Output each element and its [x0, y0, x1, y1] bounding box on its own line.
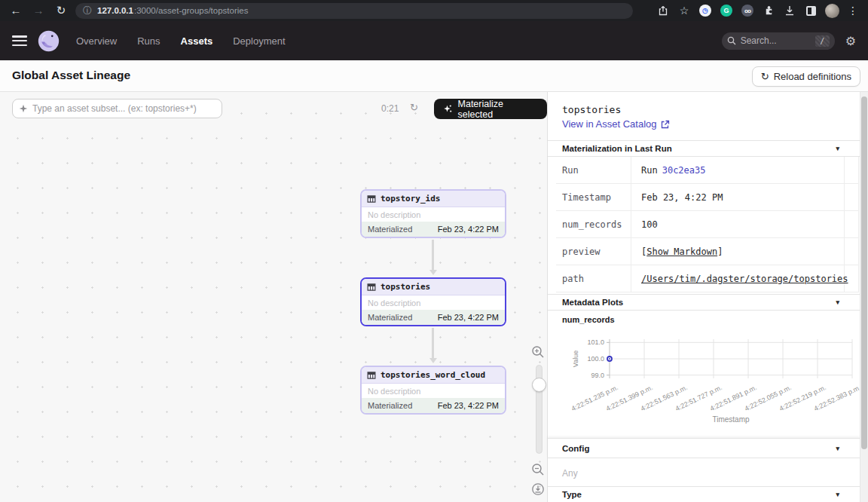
view-in-asset-catalog-link[interactable]: View in Asset Catalog: [562, 118, 670, 130]
asset-graph-canvas[interactable]: 0:21 ↻ Materialize selected topstory_ids…: [0, 92, 547, 502]
svg-text:99.0: 99.0: [591, 372, 604, 379]
extension-onepassword-icon[interactable]: ◷: [695, 0, 716, 21]
asset-name: topstories_word_cloud: [381, 370, 485, 380]
external-link-icon: [661, 120, 670, 129]
address-bar[interactable]: ⓘ 127.0.0.1 :3000/asset-groups/topstorie…: [75, 3, 633, 19]
nav-item-assets[interactable]: Assets: [181, 35, 213, 47]
asset-description: No description: [362, 384, 505, 398]
collapse-caret-icon[interactable]: ▾: [836, 145, 839, 152]
asset-description: No description: [362, 207, 505, 222]
section-heading: Materialization in Last Run: [562, 144, 672, 153]
section-heading: Type: [562, 490, 582, 499]
zoom-in-icon[interactable]: [531, 345, 546, 360]
materialize-selected-button[interactable]: Materialize selected: [434, 99, 547, 119]
bracket-close: ]: [717, 246, 723, 257]
global-search[interactable]: /: [722, 32, 835, 50]
browser-reload-icon[interactable]: ↻: [50, 0, 72, 21]
section-heading: Metadata Plots: [562, 298, 623, 307]
sidebar-glyph: [806, 6, 816, 16]
row-label: num_records: [562, 211, 631, 237]
asset-materialized-time: Feb 23, 4:22 PM: [438, 225, 499, 234]
table-row-num-records: num_records 100: [556, 211, 859, 238]
section-materialization-last-run[interactable]: Materialization in Last Run ▾: [548, 140, 860, 157]
bookmark-star-icon[interactable]: ☆: [674, 0, 695, 21]
panel-scrollbar[interactable]: [860, 92, 868, 502]
asset-node-topstories-word-cloud[interactable]: topstories_word_cloud No description Mat…: [360, 366, 506, 415]
plot-title: num_records: [562, 315, 615, 324]
url-host: 127.0.0.1: [97, 6, 133, 15]
site-info-icon[interactable]: ⓘ: [83, 5, 92, 17]
table-row-run: Run Run30c2ea35: [556, 157, 859, 184]
asset-filter-box[interactable]: [12, 99, 222, 118]
num-records-chart: 101.0100.099.04:22:51.235 p.m.4:22:51.39…: [554, 330, 860, 430]
row-value: 100: [641, 211, 845, 237]
nav-item-overview[interactable]: Overview: [76, 35, 117, 47]
catalog-link-label: View in Asset Catalog: [562, 118, 657, 130]
goggles-glyph: oo: [741, 5, 753, 17]
downloads-icon[interactable]: [779, 0, 800, 21]
scrollbar-thumb[interactable]: [861, 96, 867, 449]
nav-item-deployment[interactable]: Deployment: [233, 35, 285, 47]
extensions-puzzle-icon[interactable]: [758, 0, 779, 21]
filter-icon: [19, 104, 28, 113]
browser-forward-icon[interactable]: →: [27, 0, 50, 21]
hamburger-menu-icon[interactable]: [12, 35, 27, 46]
page-header: Global Asset Lineage ↻ Reload definition…: [0, 60, 868, 92]
search-icon: [727, 36, 736, 45]
timer-refresh-icon[interactable]: ↻: [410, 102, 418, 113]
section-type[interactable]: Type ▾: [548, 486, 860, 502]
asset-materialized-time: Feb 23, 4:22 PM: [438, 313, 499, 322]
collapse-caret-icon[interactable]: ▾: [836, 491, 839, 498]
zoom-out-icon[interactable]: [531, 463, 546, 478]
materialize-selected-label: Materialize selected: [458, 99, 538, 120]
asset-details-panel: topstories View in Asset Catalog Materia…: [547, 92, 868, 502]
fit-view-icon[interactable]: [531, 482, 546, 497]
asset-materialized-time: Feb 23, 4:22 PM: [438, 401, 499, 410]
asset-node-topstory-ids[interactable]: topstory_ids No description Materialized…: [360, 189, 506, 238]
app-navbar: Overview Runs Assets Deployment / ⚙: [0, 21, 868, 60]
svg-text:100.0: 100.0: [587, 355, 604, 363]
svg-text:Timestamp: Timestamp: [712, 415, 750, 424]
asset-status: Materialized: [368, 225, 412, 234]
lineage-edge: [432, 328, 434, 358]
onepassword-glyph: ◷: [699, 5, 711, 17]
section-metadata-plots[interactable]: Metadata Plots ▾: [548, 294, 860, 311]
config-value: Any: [562, 468, 578, 479]
run-prefix: Run: [641, 165, 658, 176]
browser-back-icon[interactable]: ←: [5, 0, 27, 21]
storage-path-link[interactable]: /Users/tim/.dagster/storage/topstories: [641, 274, 848, 284]
sidebar-toggle-icon[interactable]: [800, 0, 821, 21]
zoom-slider-handle[interactable]: [532, 378, 546, 392]
svg-text:101.0: 101.0: [587, 338, 604, 346]
collapse-caret-icon[interactable]: ▾: [836, 445, 839, 452]
table-row-path: path /Users/tim/.dagster/storage/topstor…: [556, 265, 859, 292]
lineage-edge: [432, 240, 434, 270]
reload-definitions-label: Reload definitions: [774, 71, 851, 82]
asset-node-topstories[interactable]: topstories No description Materialized F…: [360, 277, 506, 326]
extension-goggles-icon[interactable]: oo: [737, 0, 758, 21]
row-label: preview: [562, 238, 631, 265]
share-icon[interactable]: [653, 0, 674, 21]
dagster-logo[interactable]: [38, 30, 60, 52]
browser-toolbar: ← → ↻ ⓘ 127.0.0.1 :3000/asset-groups/top…: [0, 0, 868, 21]
reload-definitions-button[interactable]: ↻ Reload definitions: [752, 66, 860, 87]
nav-item-runs[interactable]: Runs: [137, 35, 160, 47]
collapse-caret-icon[interactable]: ▾: [836, 298, 839, 306]
table-icon: [367, 371, 376, 380]
show-markdown-link[interactable]: Show Markdown: [646, 246, 717, 257]
table-icon: [367, 194, 376, 204]
browser-actions: ☆ ◷ G oo ⋮: [653, 0, 863, 21]
run-id-link[interactable]: 30c2ea35: [662, 165, 706, 176]
section-config[interactable]: Config ▾: [548, 438, 860, 458]
settings-gear-icon[interactable]: ⚙: [845, 34, 856, 48]
row-label: path: [562, 265, 631, 292]
table-icon: [367, 283, 376, 292]
profile-avatar[interactable]: [821, 0, 842, 21]
browser-menu-icon[interactable]: ⋮: [842, 0, 863, 21]
extension-grammarly-icon[interactable]: G: [716, 0, 737, 21]
asset-subset-input[interactable]: [32, 103, 206, 114]
svg-text:Value: Value: [572, 350, 579, 367]
row-label: Run: [562, 157, 631, 183]
asset-name: topstories: [381, 282, 430, 292]
search-input[interactable]: [741, 35, 801, 46]
